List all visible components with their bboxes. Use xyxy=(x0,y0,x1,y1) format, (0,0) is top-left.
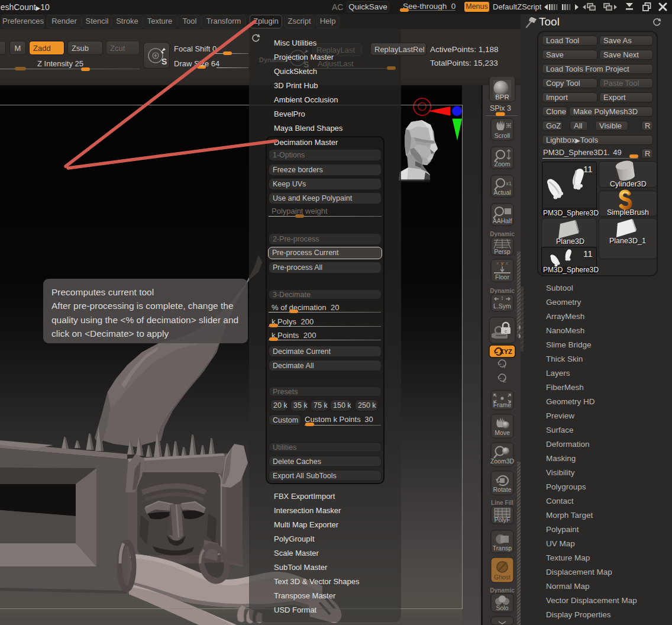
svg-text:PolyF: PolyF xyxy=(495,516,511,523)
svg-text:Line Fill: Line Fill xyxy=(491,500,513,506)
svg-text:Solo: Solo xyxy=(496,604,508,611)
svg-text:x1: x1 xyxy=(506,181,512,186)
svg-text:x: x xyxy=(496,260,499,266)
svg-text:Y: Y xyxy=(503,363,506,369)
svg-text:Transp: Transp xyxy=(493,545,512,552)
svg-text:BPR: BPR xyxy=(495,94,509,101)
svg-text:Move: Move xyxy=(495,429,510,436)
svg-text:y: y xyxy=(501,260,503,266)
svg-text:Dynamic: Dynamic xyxy=(490,288,515,294)
svg-text:Frame: Frame xyxy=(493,401,511,408)
svg-text:Rotate: Rotate xyxy=(493,486,512,493)
svg-text:Dynamic: Dynamic xyxy=(490,587,515,594)
svg-text:Ghost: Ghost xyxy=(494,574,511,581)
svg-text:Zoom3D: Zoom3D xyxy=(490,458,515,465)
svg-text:Zoom: Zoom xyxy=(495,160,511,167)
svg-text:Floor: Floor xyxy=(495,273,509,281)
svg-text:z: z xyxy=(506,260,508,266)
svg-text:Scroll: Scroll xyxy=(495,132,510,139)
svg-text:L.Sym: L.Sym xyxy=(493,302,511,310)
svg-text:Actual: Actual xyxy=(493,189,511,196)
svg-text:Dynamic: Dynamic xyxy=(490,231,515,237)
svg-text:Z: Z xyxy=(503,378,506,384)
svg-text:Persp: Persp xyxy=(494,248,511,255)
svg-text:SPix 3: SPix 3 xyxy=(490,104,511,112)
svg-text:AAHalf: AAHalf xyxy=(493,217,512,224)
svg-text:XYZ: XYZ xyxy=(499,348,512,355)
svg-text:c: c xyxy=(505,328,507,334)
svg-text:S: S xyxy=(161,57,167,66)
